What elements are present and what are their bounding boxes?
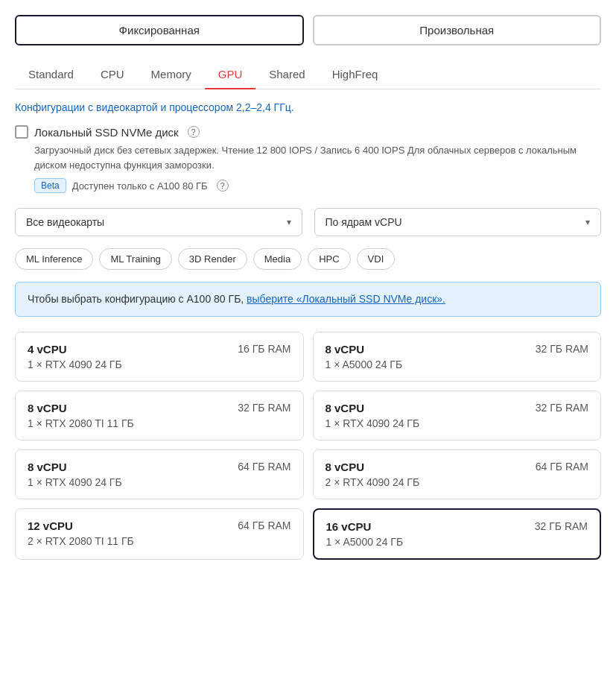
config-0-vcpu: 4 vCPU: [28, 343, 67, 356]
config-card-5[interactable]: 8 vCPU 64 ГБ RAM 2 × RTX 4090 24 ГБ: [313, 449, 602, 499]
config-1-gpu: 1 × A5000 24 ГБ: [326, 359, 589, 370]
filter-hpc[interactable]: HPC: [308, 248, 350, 270]
local-ssd-description: Загрузочный диск без сетевых задержек. Ч…: [34, 143, 601, 172]
config-info-text: Конфигурации с видеокартой и процессором…: [15, 101, 601, 113]
tab-cpu[interactable]: CPU: [87, 60, 138, 89]
config-card-7[interactable]: 16 vCPU 32 ГБ RAM 1 × A5000 24 ГБ: [313, 508, 602, 560]
filter-media[interactable]: Media: [253, 248, 302, 270]
config-0-ram: 16 ГБ RAM: [238, 343, 290, 355]
config-2-gpu: 1 × RTX 2080 TI 11 ГБ: [28, 417, 291, 429]
config-6-vcpu: 12 vCPU: [28, 519, 73, 532]
gpu-filter-dropdown[interactable]: Все видеокарты ▾: [15, 208, 302, 236]
local-ssd-checkbox[interactable]: [15, 125, 28, 139]
config-1-ram: 32 ГБ RAM: [536, 343, 588, 355]
config-card-1[interactable]: 8 vCPU 32 ГБ RAM 1 × A5000 24 ГБ: [313, 332, 602, 382]
banner-text: Чтобы выбрать конфигурацию с A100 80 ГБ,: [28, 293, 247, 305]
local-ssd-help-icon[interactable]: ?: [188, 126, 200, 138]
config-card-0[interactable]: 4 vCPU 16 ГБ RAM 1 × RTX 4090 24 ГБ: [15, 332, 304, 382]
config-6-ram: 64 ГБ RAM: [238, 519, 290, 531]
sort-label: По ядрам vCPU: [326, 216, 402, 228]
sort-dropdown[interactable]: По ядрам vCPU ▾: [314, 208, 602, 236]
tab-standard[interactable]: Standard: [15, 60, 87, 89]
config-4-ram: 64 ГБ RAM: [238, 461, 290, 473]
tab-highfreq[interactable]: HighFreq: [319, 60, 392, 89]
gpu-filter-label: Все видеокарты: [26, 216, 104, 228]
config-0-gpu: 1 × RTX 4090 24 ГБ: [28, 359, 291, 370]
sort-dropdown-arrow: ▾: [585, 217, 590, 227]
custom-toggle[interactable]: Произвольная: [313, 15, 602, 45]
filter-vdi[interactable]: VDI: [357, 248, 396, 270]
filter-ml-inference[interactable]: ML Inference: [15, 248, 93, 270]
beta-row: Beta Доступен только с A100 80 ГБ ?: [34, 178, 601, 193]
filter-tags: ML Inference ML Training 3D Render Media…: [15, 248, 601, 270]
config-card-4[interactable]: 8 vCPU 64 ГБ RAM 1 × RTX 4090 24 ГБ: [15, 449, 304, 499]
config-grid: 4 vCPU 16 ГБ RAM 1 × RTX 4090 24 ГБ 8 vC…: [15, 332, 601, 560]
tab-gpu[interactable]: GPU: [205, 60, 256, 89]
config-6-gpu: 2 × RTX 2080 TI 11 ГБ: [28, 535, 291, 547]
local-ssd-label: Локальный SSD NVMe диск: [34, 126, 179, 139]
beta-note: Доступен только с A100 80 ГБ: [72, 180, 208, 192]
dropdowns-row: Все видеокарты ▾ По ядрам vCPU ▾: [15, 208, 601, 236]
beta-badge: Beta: [34, 178, 66, 193]
config-7-vcpu: 16 vCPU: [326, 520, 372, 533]
config-5-gpu: 2 × RTX 4090 24 ГБ: [326, 476, 589, 488]
config-5-ram: 64 ГБ RAM: [536, 461, 588, 473]
filter-ml-training[interactable]: ML Training: [99, 248, 171, 270]
local-ssd-section: Локальный SSD NVMe диск ? Загрузочный ди…: [15, 125, 601, 193]
beta-help-icon[interactable]: ?: [217, 180, 229, 192]
tabs-row: Standard CPU Memory GPU Shared HighFreq: [15, 60, 601, 89]
config-card-2[interactable]: 8 vCPU 32 ГБ RAM 1 × RTX 2080 TI 11 ГБ: [15, 391, 304, 440]
config-3-ram: 32 ГБ RAM: [536, 402, 588, 414]
toggle-row: Фиксированная Произвольная: [15, 15, 601, 45]
tab-shared[interactable]: Shared: [255, 60, 318, 89]
config-5-vcpu: 8 vCPU: [326, 461, 365, 473]
config-3-gpu: 1 × RTX 4090 24 ГБ: [326, 417, 589, 429]
config-3-vcpu: 8 vCPU: [326, 402, 365, 414]
config-7-gpu: 1 × A5000 24 ГБ: [326, 536, 588, 548]
config-2-vcpu: 8 vCPU: [28, 402, 67, 414]
config-card-3[interactable]: 8 vCPU 32 ГБ RAM 1 × RTX 4090 24 ГБ: [313, 391, 602, 440]
gpu-dropdown-arrow: ▾: [287, 217, 291, 227]
filter-3d-render[interactable]: 3D Render: [178, 248, 247, 270]
tab-memory[interactable]: Memory: [138, 60, 205, 89]
config-7-ram: 32 ГБ RAM: [535, 520, 588, 532]
config-4-gpu: 1 × RTX 4090 24 ГБ: [28, 476, 291, 488]
config-card-6[interactable]: 12 vCPU 64 ГБ RAM 2 × RTX 2080 TI 11 ГБ: [15, 508, 304, 560]
a100-info-banner: Чтобы выбрать конфигурацию с A100 80 ГБ,…: [15, 282, 601, 317]
fixed-toggle[interactable]: Фиксированная: [15, 15, 304, 45]
config-1-vcpu: 8 vCPU: [326, 343, 365, 356]
config-4-vcpu: 8 vCPU: [28, 461, 67, 473]
config-2-ram: 32 ГБ RAM: [238, 402, 290, 414]
banner-link[interactable]: выберите «Локальный SSD NVMe диск».: [247, 293, 445, 305]
